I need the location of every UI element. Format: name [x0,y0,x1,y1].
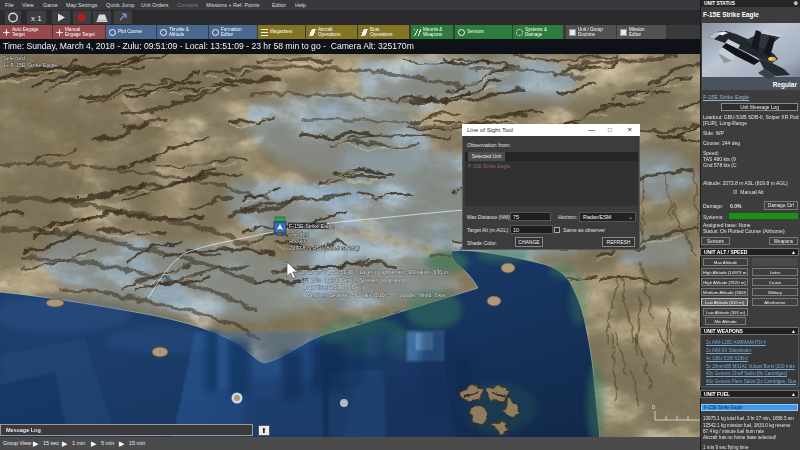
svg-text:1x F-15E Strike Eagle: 1x F-15E Strike Eagle [3,62,57,68]
svg-text:Regular: Regular [773,81,798,89]
svg-text:x 1: x 1 [31,14,42,23]
svg-text:Weather: Clear sky - No rain (: Weather: Clear sky - No rain (0/10) - 0%… [306,292,446,298]
svg-text:N 27°17'29" / E 54°51'40" - La: N 27°17'29" / E 54°51'40" - Layer: rough… [296,269,448,275]
svg-text:244 deg: 244 deg [289,231,309,237]
svg-text:0: 0 [652,404,655,410]
svg-text:Local time: 1:51 PM (Day): Local time: 1:51 PM (Day) [303,284,363,290]
svg-text:F-15E Strike Eagle: F-15E Strike Eagle [289,223,334,229]
svg-text:Selected:: Selected: [3,55,27,61]
svg-text:480 kts: 480 kts [289,238,307,244]
svg-text:2073.8 m ASL (819.8 m AGL): 2073.8 m ASL (819.8 m AGL) [288,245,360,251]
svg-text:Spd 26% Land: Barren / Spars: Spd 26% Land: Barren / Sparsely Vegetate… [300,277,405,283]
